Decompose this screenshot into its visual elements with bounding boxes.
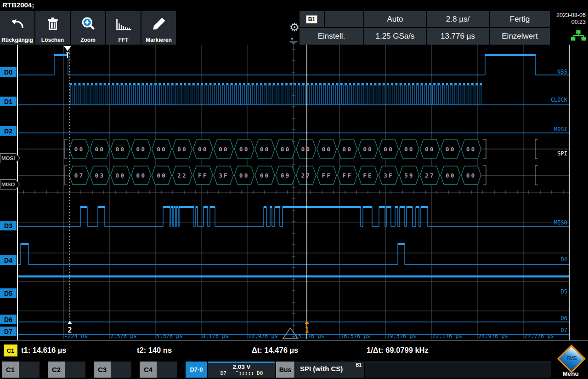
date-text: 2023-08-06 <box>556 12 586 19</box>
time-axis-label: 13.776 µs <box>294 333 324 339</box>
cursor-t1-readout: t1: 14.616 µs <box>21 346 66 355</box>
bus-frame-value: 00 <box>177 146 187 153</box>
rs-logo-text: R/S <box>563 355 581 362</box>
bus-frame-value: 00 <box>74 146 85 153</box>
digital-channel-badge-d1[interactable]: D1 <box>0 97 17 106</box>
time-axis-label: 22.176 µs <box>432 333 462 339</box>
bus-frame-value: 00 <box>466 172 476 179</box>
digital-channel-badge-d0[interactable]: D0 <box>0 67 17 77</box>
annotate-button[interactable]: Markieren <box>141 11 176 45</box>
empty-bus-panel <box>365 362 551 378</box>
time-axis-label: 5.376 µs <box>156 333 183 339</box>
delete-button[interactable]: Löschen <box>35 11 70 45</box>
pencil-icon <box>151 11 167 37</box>
digital-channel-badge-d7[interactable]: D7 <box>0 327 17 336</box>
digital-channel-badge-d2[interactable]: D2 <box>0 126 17 136</box>
channel-tab-c2[interactable]: C2 <box>48 362 65 378</box>
bus-frame-value: 00 <box>115 146 125 153</box>
bus-indicator-cell[interactable]: B1 <box>300 11 324 27</box>
trigger-mode-cell[interactable]: Auto <box>364 11 426 27</box>
channel-info-c1[interactable] <box>19 362 40 378</box>
gear-icon[interactable]: ⚙ <box>289 21 300 33</box>
channel-info-c3[interactable] <box>111 362 131 378</box>
bus-frame-value: 00 <box>219 146 229 153</box>
time-axis-label: 2.576 µs <box>110 333 137 339</box>
bus-tab[interactable]: Bus <box>276 362 294 378</box>
bus-frame-value: 00 <box>425 146 435 153</box>
window-title: RTB2004; <box>0 0 588 10</box>
trigger-position-marker-icon[interactable] <box>288 41 299 45</box>
horizontal-position-cell[interactable]: 13.776 µs <box>427 28 489 45</box>
cursor-freq-readout: 1/Δt: 69.0799 kHz <box>367 346 429 355</box>
settings-cell[interactable]: Einstell. <box>300 28 363 45</box>
channel-tab-c1[interactable]: C1 <box>2 362 19 378</box>
time-axis-label: 16.576 µs <box>340 333 370 339</box>
fft-button[interactable]: FFT <box>106 11 141 45</box>
waveform-display: 0000000000000000000000000000000000000000… <box>18 45 569 339</box>
bus-signal-badge-miso[interactable]: MISO <box>0 179 20 190</box>
channel-tab-c4[interactable]: C4 <box>140 362 157 378</box>
cursor-dt-readout: Δt: 14.476 µs <box>252 346 298 355</box>
digital-channel-badge-d6[interactable]: D6 <box>0 315 17 324</box>
cursor-source-badge[interactable]: C1 <box>4 345 17 356</box>
bus-frame-value: 00 <box>136 172 146 179</box>
zoom-label: Zoom <box>80 37 96 43</box>
acquisition-status-cell[interactable]: Fertig <box>490 11 550 27</box>
digital-channels-info[interactable]: 2.03 V D7 __¯↕↕↕↕↕ D0 <box>208 362 275 378</box>
annotate-label: Markieren <box>146 37 172 43</box>
menu-button[interactable]: R/S Menu <box>556 347 585 377</box>
cursor-1-flag[interactable] <box>305 321 309 324</box>
time-axis-label: 8.176 µs <box>202 333 229 339</box>
digital-threshold: 2.03 V <box>208 363 275 370</box>
bus-frame-value: 00 <box>342 146 352 153</box>
signal-label-clock: CLOCK <box>551 97 568 103</box>
time-axis-label: 10.976 µs <box>248 333 278 339</box>
menu-label: Menu <box>556 370 585 377</box>
cursor-2-flag[interactable] <box>68 321 72 324</box>
bus-frame-value: 00 <box>322 146 332 153</box>
channel-info-c4[interactable] <box>157 362 177 378</box>
signal-label-miso: MISO <box>554 219 567 226</box>
blank-cell[interactable] <box>325 11 363 27</box>
bus-signal-badge-mosi[interactable]: MOSI <box>0 153 20 163</box>
rs-logo: R/S <box>557 345 586 373</box>
network-icon <box>571 29 586 42</box>
bus-signal-badge-label: MOSI <box>0 154 20 163</box>
sample-rate-cell[interactable]: 1.25 GSa/s <box>364 28 426 45</box>
signal-label-mosi: MOSI <box>554 126 567 132</box>
bus-frame-value: 00 <box>301 146 311 153</box>
delete-label: Löschen <box>41 37 64 43</box>
undo-button[interactable]: Rückgängig <box>0 11 34 45</box>
acquisition-mode-cell[interactable]: Einzelwert <box>490 28 550 45</box>
bus-frame-value: 3F <box>219 172 229 179</box>
bus-frame-value: 00 <box>384 146 394 153</box>
bus-config-box[interactable]: SPI (with CS) B1 <box>295 362 364 378</box>
bus-frame-value: 00 <box>404 146 414 153</box>
digital-channel-badge-d5[interactable]: D5 <box>0 288 17 298</box>
time-axis-label: 19.376 µs <box>386 333 416 339</box>
bus-frame-value: FF <box>198 172 208 179</box>
channel-tab-c3[interactable]: C3 <box>94 362 111 378</box>
zoom-icon <box>80 11 96 37</box>
bus-frame-value: 22 <box>177 172 187 179</box>
bus-frame-value: 03 <box>95 172 105 179</box>
bus-name-label: SPI <box>557 150 567 157</box>
bus-frame-value: 27 <box>301 172 311 179</box>
time-text: 00:23 <box>556 19 586 26</box>
digital-bit-states: D7 __¯↕↕↕↕↕ D0 <box>208 370 275 376</box>
signal-label-d6: D6 <box>561 315 567 322</box>
bus-frame-value: 00 <box>446 146 456 153</box>
bus-frame-value: 00 <box>198 146 208 153</box>
time-axis-label: 24.976 µs <box>478 333 508 339</box>
signal-label-d5: D5 <box>561 288 567 295</box>
zoom-button[interactable]: Zoom <box>71 11 105 45</box>
digital-channel-badge-d3[interactable]: D3 <box>0 221 17 230</box>
timebase-cell[interactable]: 2.8 µs/ <box>427 11 489 27</box>
bus-frame-value: 80 <box>115 172 125 179</box>
trash-icon <box>45 11 61 37</box>
signal-label-d7: D7 <box>561 327 567 333</box>
digital-channel-badge-d4[interactable]: D4 <box>0 255 17 265</box>
channel-info-c2[interactable] <box>65 362 85 378</box>
digital-channels-tab[interactable]: D7-0 <box>186 362 207 378</box>
datetime-area: 2023-08-06 00:23 <box>551 11 587 45</box>
